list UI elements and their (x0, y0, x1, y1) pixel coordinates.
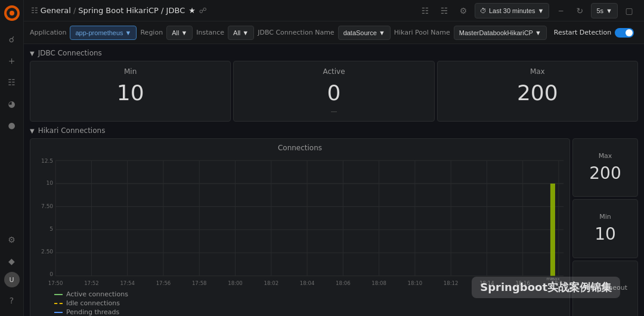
chart-legend: Active connections Idle connections Pend… (36, 290, 564, 316)
topbar: ☷ General / Spring Boot HikariCP / JDBC … (24, 0, 644, 21)
jdbc-active-sub: — (330, 107, 337, 115)
breadcrumb-general[interactable]: General (41, 6, 71, 15)
chart-area: 12.5 10 7.50 5 2.50 0 (36, 154, 564, 288)
main-panel: ☷ General / Spring Boot HikariCP / JDBC … (24, 0, 644, 316)
jdbc-min-card: Min 10 (30, 61, 231, 122)
svg-text:17:56: 17:56 (156, 280, 171, 286)
svg-text:2.50: 2.50 (41, 249, 53, 255)
grafana-logo[interactable] (4, 5, 20, 21)
legend-active-label: Active connections (66, 290, 128, 298)
svg-text:18:10: 18:10 (408, 280, 423, 286)
jdbc-section-title: JDBC Connections (38, 49, 102, 57)
dashboard-grid-icon: ☷ (31, 6, 38, 15)
time-range-label: Last 30 minutes (489, 7, 535, 14)
time-range-button[interactable]: ⏱ Last 30 minutes ▼ (475, 3, 550, 18)
breadcrumb-sep1: / (73, 6, 76, 15)
zoom-out-icon[interactable]: − (553, 3, 568, 18)
svg-text:17:54: 17:54 (120, 280, 135, 286)
shield-icon[interactable]: ◆ (2, 252, 21, 271)
instance-filter-label: Instance (196, 29, 224, 36)
svg-text:18:06: 18:06 (336, 280, 351, 286)
refresh-icon[interactable]: ↻ (572, 3, 587, 18)
legend-pending-color (54, 312, 63, 313)
legend-idle: Idle connections (54, 299, 564, 307)
apps-icon[interactable]: ☷ (2, 73, 21, 92)
caret-icon: ▼ (125, 29, 132, 36)
connections-chart-panel: Connections 12.5 10 7.50 5 2.50 0 (30, 138, 570, 316)
svg-text:0: 0 (49, 271, 53, 277)
jdbc-cards-row: Min 10 Active 0 — Max 200 (30, 61, 638, 122)
svg-text:18:12: 18:12 (444, 280, 459, 286)
jdbc-min-label: Min (124, 67, 137, 76)
breadcrumb: ☷ General / Spring Boot HikariCP / JDBC (31, 6, 185, 15)
chart-svg: 12.5 10 7.50 5 2.50 0 (36, 154, 564, 288)
hikari-max-card: Max 200 (572, 138, 638, 197)
region-filter-value: All (172, 29, 179, 36)
filterbar: Application app-prometheus ▼ Region All … (24, 21, 644, 44)
legend-active: Active connections (54, 290, 564, 298)
gear-icon[interactable]: ⚙ (456, 3, 471, 18)
svg-text:17:52: 17:52 (84, 280, 99, 286)
legend-pending-label: Pending threads (66, 308, 119, 316)
hikari-pool-value: MasterDatabookHikariCP (459, 29, 533, 36)
caret-down-icon2: ▼ (606, 7, 612, 14)
legend-idle-color (54, 303, 63, 304)
caret-down-icon: ▼ (538, 7, 544, 14)
hikari-min-card: Min 10 (572, 199, 638, 258)
chart-icon[interactable]: ☷ (417, 3, 433, 18)
copy-icon[interactable]: ☵ (436, 3, 452, 18)
hikari-section-title: Hikari Connections (38, 126, 106, 135)
legend-pending: Pending threads (54, 308, 564, 316)
hikari-max-value: 200 (589, 163, 621, 183)
svg-rect-45 (550, 184, 555, 276)
svg-text:12.5: 12.5 (41, 158, 53, 164)
total-timeout-card: Total Timeout (572, 261, 638, 316)
svg-text:18:02: 18:02 (264, 280, 278, 286)
star-icon[interactable]: ★ (188, 6, 196, 15)
svg-text:max: max (550, 276, 559, 281)
svg-text:18:08: 18:08 (371, 280, 386, 286)
total-timeout-label: Total Timeout (583, 284, 627, 292)
refresh-rate-button[interactable]: 5s ▼ (591, 3, 618, 18)
caret-icon2: ▼ (181, 29, 187, 36)
svg-text:5: 5 (49, 226, 53, 232)
add-icon[interactable]: + (2, 51, 21, 70)
settings-icon[interactable]: ⚙ (2, 230, 21, 249)
restart-detection-toggle-wrap: Restart Detection (554, 28, 634, 38)
user-avatar[interactable]: U (4, 272, 20, 287)
sidebar: ☌ + ☷ ◕ ● ⚙ ◆ U ? (0, 0, 24, 316)
region-filter-button[interactable]: All ▼ (166, 26, 193, 40)
restart-detection-toggle[interactable] (615, 28, 634, 38)
jdbc-section-header[interactable]: ▼ JDBC Connections (30, 49, 638, 57)
application-filter-label: Application (30, 29, 66, 36)
instance-filter-button[interactable]: All ▼ (228, 26, 254, 40)
hikari-section-body: Connections 12.5 10 7.50 5 2.50 0 (30, 138, 638, 316)
restart-detection-label: Restart Detection (554, 29, 611, 36)
hikari-max-label: Max (599, 152, 612, 160)
share-icon[interactable]: ☍ (199, 6, 207, 15)
svg-text:18:04: 18:04 (300, 280, 315, 286)
svg-text:18:00: 18:00 (228, 280, 243, 286)
explore-icon[interactable]: ◕ (2, 94, 21, 113)
topbar-actions: ☷ ☵ ⚙ ⏱ Last 30 minutes ▼ − ↻ 5s ▼ ▢ (417, 3, 637, 18)
hikari-section-header[interactable]: ▼ Hikari Connections (30, 126, 638, 135)
application-filter-button[interactable]: app-prometheus ▼ (70, 26, 137, 40)
hikari-min-value: 10 (595, 224, 616, 244)
help-icon[interactable]: ? (2, 291, 21, 310)
alerts-icon[interactable]: ● (2, 116, 21, 135)
search-icon[interactable]: ☌ (2, 30, 21, 49)
caret-icon4: ▼ (379, 29, 385, 36)
svg-point-2 (10, 11, 14, 16)
dashboard-content: ▼ JDBC Connections Min 10 Active 0 — Max… (24, 44, 644, 316)
jdbc-min-value: 10 (117, 80, 144, 105)
jdbc-max-card: Max 200 (437, 61, 638, 122)
svg-text:10: 10 (47, 180, 54, 186)
hikari-min-label: Min (599, 213, 611, 221)
tv-icon[interactable]: ▢ (621, 3, 637, 18)
jdbc-conn-button[interactable]: dataSource ▼ (338, 26, 391, 40)
application-filter-value: app-prometheus (75, 29, 123, 36)
legend-active-color (54, 294, 63, 295)
jdbc-conn-label: JDBC Connection Name (258, 29, 334, 36)
chevron-icon2: ▼ (30, 128, 35, 134)
hikari-pool-button[interactable]: MasterDatabookHikariCP ▼ (454, 26, 547, 40)
